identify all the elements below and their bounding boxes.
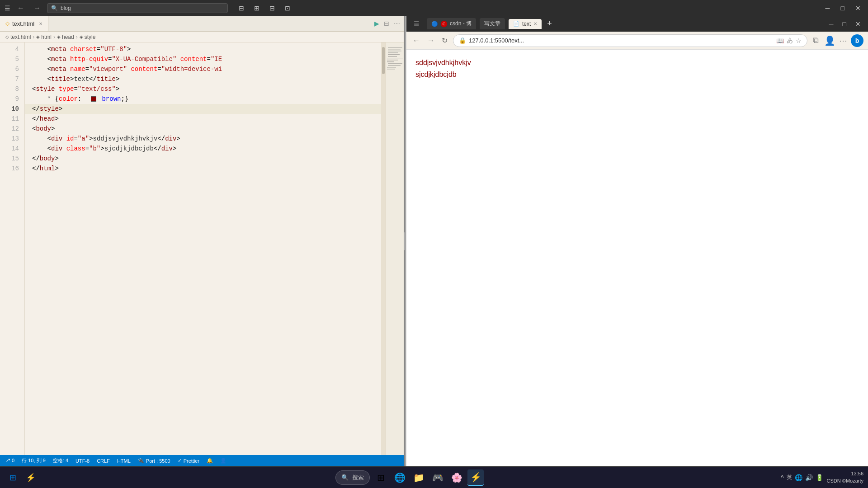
status-encoding[interactable]: UTF-8 — [75, 458, 90, 464]
translate-button[interactable]: あ — [787, 37, 793, 45]
status-prettier[interactable]: ✓ Prettier — [178, 458, 199, 464]
search-bar[interactable]: 🔍 blog — [47, 3, 228, 13]
tab-bar: ◇ text.html ✕ ▶ ⊟ ⋯ — [0, 16, 404, 32]
editor-scrollbar[interactable] — [381, 42, 386, 455]
browser-sidebar-button[interactable]: ☰ — [410, 19, 423, 28]
browser-forward-button[interactable]: → — [425, 36, 436, 46]
tab-label: text.html — [12, 20, 34, 27]
breadcrumb: ◇ text.html › ◈ html › ◈ head › ◈ style — [0, 32, 404, 42]
browser-titlebar: ☰ 🔵 C csdn - 博 写文章 📄 text ✕ + ─ □ ✕ — [406, 16, 868, 32]
taskbar-app-store[interactable]: 🎮 — [429, 469, 446, 486]
code-line-8: <style type="text/css"> — [25, 84, 381, 94]
code-line-16: </html> — [25, 164, 381, 174]
status-row-col[interactable]: 行 10, 列 9 — [22, 457, 46, 464]
clock-time: 13:56 — [827, 470, 863, 477]
taskbar-app-explorer[interactable]: 📁 — [410, 469, 427, 486]
forward-button[interactable]: → — [31, 3, 43, 13]
taskbar: ⊞ ⚡ 🔍 搜索 ⊞ 🌐 📁 🎮 🌸 ⚡ ^ 英 🌐 🔊 🔋 13:56 CSD… — [0, 466, 868, 488]
close-browser-tab-icon[interactable]: ✕ — [533, 21, 537, 26]
address-bar[interactable]: 🔒 127.0.0.1:5500/text... 📖 あ ☆ — [453, 34, 807, 47]
pane-divider-handle — [404, 232, 405, 250]
svg-rect-4 — [388, 54, 400, 55]
menu-icon[interactable]: ☰ — [4, 5, 11, 12]
svg-rect-2 — [388, 51, 401, 52]
start-button[interactable]: ⊞ — [5, 469, 21, 486]
layout-btn-1[interactable]: ⊟ — [235, 4, 248, 13]
browser-more-button[interactable]: ⋯ — [839, 36, 847, 46]
taskbar-search-text: 搜索 — [352, 474, 364, 482]
layout-btn-3[interactable]: ⊟ — [266, 4, 278, 13]
taskbar-app-widgets[interactable]: ⊞ — [373, 469, 389, 486]
status-spaces[interactable]: 空格: 4 — [53, 457, 68, 464]
more-actions-button[interactable]: ⋯ — [394, 20, 400, 27]
status-port[interactable]: 🔌 Port : 5500 — [138, 458, 170, 464]
browser-tab-csdn[interactable]: 🔵 C csdn - 博 — [427, 18, 476, 29]
browser-close[interactable]: ✕ — [852, 19, 864, 28]
back-button[interactable]: ← — [14, 3, 27, 13]
maximize-button[interactable]: □ — [837, 4, 848, 13]
bing-button[interactable]: b — [851, 34, 863, 47]
reader-mode-button[interactable]: 📖 — [776, 37, 784, 44]
status-person[interactable]: 👤 — [220, 458, 226, 464]
line-numbers: 4 5 6 7 8 9 10 11 12 13 14 15 16 — [0, 42, 25, 455]
taskbar-app-flower[interactable]: 🌸 — [448, 469, 465, 486]
status-bell[interactable]: 🔔 — [207, 458, 213, 464]
browser-minimize[interactable]: ─ — [826, 19, 837, 28]
editor-tab-text-html[interactable]: ◇ text.html ✕ — [0, 16, 48, 31]
network-icon[interactable]: 🌐 — [795, 474, 802, 481]
close-button[interactable]: ✕ — [852, 4, 864, 13]
search-icon: 🔍 — [51, 5, 58, 11]
breadcrumb-sep-2: › — [53, 34, 55, 40]
status-language[interactable]: HTML — [117, 458, 131, 464]
main-area: ◇ text.html ✕ ▶ ⊟ ⋯ ◇ text.html › ◈ html… — [0, 16, 868, 466]
browser-tab-text[interactable]: 📄 text ✕ — [509, 19, 542, 29]
new-tab-button[interactable]: + — [545, 19, 554, 28]
svg-rect-5 — [388, 56, 397, 57]
split-editor-button[interactable]: ⊟ — [384, 20, 389, 27]
breadcrumb-item-html[interactable]: ◈ html — [36, 34, 52, 40]
svg-rect-7 — [387, 60, 398, 61]
volume-icon[interactable]: 🔊 — [805, 474, 813, 481]
tray-chevron[interactable]: ^ — [781, 474, 784, 481]
taskbar-search-icon: 🔍 — [341, 474, 349, 481]
taskbar-vscode-icon[interactable]: ⚡ — [23, 469, 39, 486]
favorites-button[interactable]: ☆ — [796, 37, 802, 44]
browser-profile-button[interactable]: 👤 — [824, 35, 835, 46]
minimize-button[interactable]: ─ — [822, 4, 834, 13]
close-tab-icon[interactable]: ✕ — [39, 21, 42, 26]
lock-icon: 🔒 — [459, 37, 466, 44]
browser-back-button[interactable]: ← — [411, 36, 422, 46]
scrollbar-thumb[interactable] — [382, 47, 385, 74]
vscode-pane: ◇ text.html ✕ ▶ ⊟ ⋯ ◇ text.html › ◈ html… — [0, 16, 404, 466]
browser-refresh-button[interactable]: ↻ — [440, 35, 449, 46]
html-file-icon: ◇ — [5, 20, 9, 27]
lang-indicator[interactable]: 英 — [787, 474, 792, 481]
breadcrumb-item-head[interactable]: ◈ head — [57, 34, 74, 40]
clock[interactable]: 13:56 CSDN ©Mozarty — [827, 470, 863, 484]
run-button[interactable]: ▶ — [374, 20, 379, 27]
breadcrumb-sep-3: › — [76, 34, 78, 40]
status-eol[interactable]: CRLF — [97, 458, 110, 464]
code-line-11: </head> — [25, 114, 381, 124]
split-view-button[interactable]: ⧉ — [813, 36, 819, 45]
sys-tray: ^ 英 🌐 🔊 🔋 — [781, 474, 823, 481]
layout-btn-2[interactable]: ⊞ — [250, 4, 263, 13]
breadcrumb-item-style[interactable]: ◈ style — [80, 34, 96, 40]
browser-maximize[interactable]: □ — [839, 19, 850, 28]
breadcrumb-item-file[interactable]: ◇ text.html — [5, 34, 31, 40]
svg-rect-1 — [388, 49, 401, 50]
browser-tab-write[interactable]: 写文章 — [480, 18, 505, 29]
taskbar-app-vscode[interactable]: ⚡ — [467, 469, 484, 486]
svg-rect-6 — [387, 58, 403, 59]
taskbar-search-bar[interactable]: 🔍 搜索 — [335, 470, 370, 485]
code-line-14: <div class="b">sjcdjkjdbcjdb</div> — [25, 144, 381, 154]
layout-btn-4[interactable]: ⊡ — [281, 4, 294, 13]
battery-icon[interactable]: 🔋 — [816, 474, 823, 481]
code-content[interactable]: <meta charset="UTF-8"> <meta http-equiv=… — [25, 42, 381, 455]
svg-rect-12 — [387, 69, 395, 70]
code-line-7: <title>text</title> — [25, 74, 381, 84]
status-branch[interactable]: ⎇ 0 — [5, 458, 14, 464]
text-tab-label: text — [522, 21, 531, 27]
breadcrumb-sep-1: › — [33, 34, 34, 40]
taskbar-app-edge[interactable]: 🌐 — [392, 469, 408, 486]
